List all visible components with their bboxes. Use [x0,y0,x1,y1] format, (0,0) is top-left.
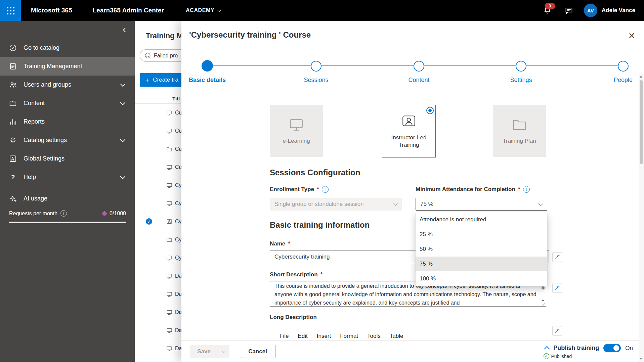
close-icon[interactable]: ✕ [628,32,635,40]
ai-assist-name-button[interactable] [552,252,562,262]
cancel-button[interactable]: Cancel [240,345,275,358]
toggle-state-label: On [625,345,633,352]
sidebar-item-ai-usage[interactable]: AI usage [0,189,135,208]
sidebar-item-catalog-settings[interactable]: Catalog settings [0,131,135,149]
training-row-label: Cy [175,182,181,188]
course-type-e-learning[interactable]: e-Learning [270,105,323,157]
failed-processing-filter[interactable]: Failed pro [140,49,181,62]
training-row[interactable]: Da [135,321,181,340]
ai-assist-long-description-button[interactable] [552,326,562,336]
publish-toggle[interactable] [603,344,621,352]
course-type-instructor-led-training[interactable]: Instructor-Led Training [382,105,436,157]
required-mark: * [518,186,520,193]
attendance-option-75[interactable]: 75 % [416,257,547,271]
training-row[interactable]: ✓Cy [135,213,181,231]
course-type-training-plan[interactable]: Training Plan [493,105,546,157]
training-row[interactable]: Da [135,303,181,321]
editor-menu-file[interactable]: File [280,333,289,340]
attendance-option-100[interactable]: 100 % [416,271,547,286]
training-row[interactable]: Cu [135,122,181,140]
selected-check-icon: ✓ [146,218,152,225]
editor-menu-insert[interactable]: Insert [317,333,331,340]
training-row-label: Da [175,346,181,352]
admin-center-title[interactable]: Learn365 Admin Center [82,7,174,14]
min-attendance-listbox: Attendance is not required25 %50 %75 %10… [416,212,547,286]
scroll-down-icon[interactable] [640,358,642,360]
training-row-label: Cu [175,146,181,152]
sidebar-item-content[interactable]: Content [0,94,135,112]
training-row[interactable]: Cy [135,249,181,267]
training-row-label: Cy [175,255,181,261]
sidebar-item-go-to-catalog[interactable]: Go to catalog [0,39,135,57]
training-row[interactable]: Da [135,267,181,285]
microsoft-365-link[interactable]: Microsoft 365 [21,7,82,14]
save-menu-button[interactable] [218,345,229,358]
chevron-up-icon[interactable] [544,346,550,352]
training-row[interactable]: Cy [135,194,181,213]
step-people[interactable]: People [596,60,644,84]
vertical-scrollbar[interactable] [639,74,644,362]
sidebar-item-global-settings[interactable]: Global Settings [0,149,135,168]
min-attendance-select[interactable]: 75 % [416,198,547,211]
training-row[interactable]: Cu [135,140,181,158]
training-row[interactable]: Da [135,285,181,303]
org-dropdown[interactable]: ACADEMY [174,7,232,13]
enrollment-type-select[interactable]: Single group or standalone session [270,198,402,211]
scroll-down-icon[interactable] [542,300,544,302]
scroll-up-icon[interactable] [640,76,642,78]
attendance-option-50[interactable]: 50 % [416,242,547,257]
min-attendance-text: Minimum Attendance for Completion [416,186,515,193]
editor-menu-format[interactable]: Format [340,333,358,340]
training-row[interactable]: Cu [135,158,181,176]
collapse-sidebar-button[interactable]: ‹ [123,24,126,34]
step-circle [311,61,321,72]
resize-grip-icon[interactable] [542,302,546,306]
training-row[interactable]: Cu [135,104,181,122]
account-menu[interactable]: AV Adele Vance [580,4,644,17]
save-button[interactable]: Save [190,345,218,358]
step-content[interactable]: Content [392,60,446,84]
save-split-button[interactable]: Save [190,345,229,358]
instructor-icon [166,219,172,225]
sidebar-item-help[interactable]: ?Help [0,168,135,186]
modal-title: 'Cybersecurity training ' Course [189,30,311,40]
step-settings[interactable]: Settings [494,60,548,84]
info-icon[interactable]: i [322,186,329,193]
feedback-button[interactable] [558,0,580,21]
step-sessions[interactable]: Sessions [289,60,343,84]
attendance-option-attendance-is-not-required[interactable]: Attendance is not required [416,212,547,227]
scrollbar-thumb[interactable] [640,80,643,164]
training-row[interactable]: Da [135,340,181,358]
training-row[interactable]: Cy [135,231,181,249]
sidebar-item-reports[interactable]: Reports [0,112,135,131]
sidebar-item-training-management[interactable]: Training Management [0,57,135,76]
monitor-icon [166,182,172,188]
sidebar-item-label: Reports [24,118,45,125]
folder-icon [166,146,172,152]
info-icon[interactable]: i [523,186,530,193]
training-row[interactable]: Cy [135,176,181,194]
check-circle-icon: ✓ [544,353,549,359]
sidebar-item-users-and-groups[interactable]: Users and groups [0,76,135,94]
notifications-button[interactable]: 3 [537,0,558,21]
monitor-icon [166,346,172,352]
publish-status: ✓ Published [544,353,572,359]
scroll-thumb[interactable] [542,286,545,289]
magic-wand-icon [554,254,560,260]
step-basic-details[interactable]: Basic details [181,60,234,84]
ai-assist-short-description-button[interactable] [552,283,562,293]
info-icon[interactable]: i [60,210,67,217]
name-value: Cybersecurity training [274,254,330,260]
editor-menu-tools[interactable]: Tools [367,333,381,340]
attendance-option-25[interactable]: 25 % [416,227,547,242]
editor-menu-table[interactable]: Table [390,333,403,340]
title-column-header[interactable]: Titl [135,94,181,104]
sidebar-item-label: Global Settings [24,155,65,162]
editor-menu-edit[interactable]: Edit [298,333,307,340]
name-label-text: Name [270,240,285,247]
app-launcher-button[interactable] [0,0,21,21]
folder-icon [512,117,527,132]
publish-controls: Publish training On [545,344,633,352]
long-description-text: Long Description [270,314,317,321]
create-training-button[interactable]: + Create tra [140,73,181,87]
